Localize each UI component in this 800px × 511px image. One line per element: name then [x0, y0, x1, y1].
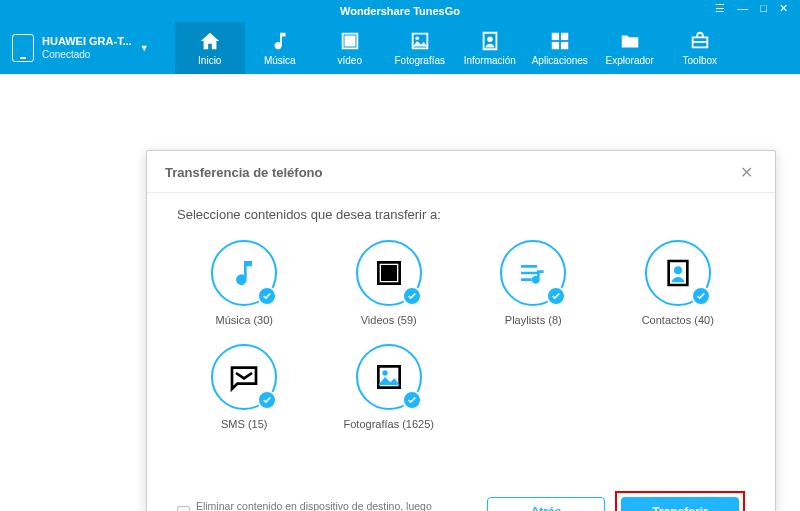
video-icon [339, 30, 361, 52]
titlebar: Wondershare TunesGo ☰ — □ ✕ [0, 0, 800, 22]
svg-point-8 [674, 266, 682, 274]
nav-tab-apps[interactable]: Aplicaciones [525, 22, 595, 74]
erase-checkbox-row[interactable]: Eliminar contenido en dispositivo de des… [177, 500, 475, 511]
folder-icon [619, 30, 641, 52]
content-item-label: Fotografías (1625) [344, 418, 435, 430]
transfer-button-highlight: Transferir [615, 491, 745, 511]
content-item-music[interactable]: Música (30) [177, 240, 312, 326]
svg-point-1 [415, 36, 419, 40]
music-icon [269, 30, 291, 52]
transfer-button[interactable]: Transferir [621, 497, 739, 511]
content-item-playlist[interactable]: Playlists (8) [466, 240, 601, 326]
dialog-backdrop: Transferencia de teléfono ✕ Seleccione c… [0, 74, 800, 511]
contacts-icon [479, 30, 501, 52]
svg-rect-0 [344, 36, 355, 47]
content-item-label: Música (30) [216, 314, 273, 326]
dialog-body: Seleccione contenidos que desea transfer… [147, 193, 775, 430]
svg-point-9 [382, 370, 387, 375]
nav-tab-video[interactable]: vídeo [315, 22, 385, 74]
toolbox-icon [689, 30, 711, 52]
dialog-footer: Eliminar contenido en dispositivo de des… [147, 491, 775, 511]
playlist-circle [500, 240, 566, 306]
nav-tab-label: Información [464, 55, 516, 66]
music-circle [211, 240, 277, 306]
login-icon[interactable]: ☰ [709, 0, 731, 17]
dialog-header: Transferencia de teléfono ✕ [147, 151, 775, 193]
content-item-video[interactable]: Videos (59) [322, 240, 457, 326]
main-toolbar: HUAWEI GRA-T... Conectado ▼ InicioMúsica… [0, 22, 800, 74]
nav-tab-label: Fotografías [394, 55, 445, 66]
content-item-label: Videos (59) [361, 314, 417, 326]
check-icon [402, 286, 422, 306]
sms-circle [211, 344, 277, 410]
check-icon [546, 286, 566, 306]
erase-label: Eliminar contenido en dispositivo de des… [196, 500, 475, 511]
contacts-circle [645, 240, 711, 306]
window-controls: ☰ — □ ✕ [709, 0, 794, 17]
dialog-title: Transferencia de teléfono [165, 165, 323, 180]
nav-tab-contacts[interactable]: Información [455, 22, 525, 74]
nav-tab-label: Explorador [606, 55, 654, 66]
content-item-label: Contactos (40) [642, 314, 714, 326]
check-icon [691, 286, 711, 306]
device-name: HUAWEI GRA-T... [42, 35, 132, 48]
svg-rect-3 [552, 33, 559, 40]
content-item-contacts[interactable]: Contactos (40) [611, 240, 746, 326]
nav-tab-label: Música [264, 55, 296, 66]
content-item-label: Playlists (8) [505, 314, 562, 326]
svg-rect-7 [381, 265, 397, 281]
content-item-label: SMS (15) [221, 418, 267, 430]
content-grid: Música (30)Videos (59)Playlists (8)Conta… [177, 240, 745, 430]
content-item-photo[interactable]: Fotografías (1625) [322, 344, 457, 430]
nav-tab-label: Toolbox [683, 55, 717, 66]
nav-tab-label: Inicio [198, 55, 221, 66]
apps-icon [549, 30, 571, 52]
app-title: Wondershare TunesGo [340, 5, 460, 17]
photo-icon [409, 30, 431, 52]
photo-circle [356, 344, 422, 410]
nav-tab-home[interactable]: Inicio [175, 22, 245, 74]
device-text: HUAWEI GRA-T... Conectado [42, 35, 132, 60]
device-selector[interactable]: HUAWEI GRA-T... Conectado ▼ [4, 34, 157, 62]
svg-rect-5 [552, 42, 559, 49]
svg-point-2 [487, 36, 493, 42]
back-button[interactable]: Atrás [487, 497, 605, 511]
dialog-close-button[interactable]: ✕ [736, 163, 757, 182]
nav-tabs: InicioMúsicavídeoFotografíasInformaciónA… [175, 22, 735, 74]
chevron-down-icon: ▼ [140, 43, 149, 53]
nav-tab-music[interactable]: Música [245, 22, 315, 74]
video-circle [356, 240, 422, 306]
home-icon [199, 30, 221, 52]
transfer-dialog: Transferencia de teléfono ✕ Seleccione c… [146, 150, 776, 511]
nav-tab-label: vídeo [338, 55, 362, 66]
nav-tab-toolbox[interactable]: Toolbox [665, 22, 735, 74]
nav-tab-photo[interactable]: Fotografías [385, 22, 455, 74]
close-icon[interactable]: ✕ [773, 0, 794, 17]
device-status: Conectado [42, 49, 132, 61]
svg-rect-6 [561, 42, 568, 49]
check-icon [257, 286, 277, 306]
minimize-icon[interactable]: — [731, 0, 754, 17]
checkbox-icon [177, 506, 190, 512]
svg-rect-4 [561, 33, 568, 40]
dialog-prompt: Seleccione contenidos que desea transfer… [177, 207, 745, 222]
nav-tab-label: Aplicaciones [532, 55, 588, 66]
check-icon [402, 390, 422, 410]
check-icon [257, 390, 277, 410]
maximize-icon[interactable]: □ [754, 0, 773, 17]
nav-tab-folder[interactable]: Explorador [595, 22, 665, 74]
content-item-sms[interactable]: SMS (15) [177, 344, 312, 430]
phone-icon [12, 34, 34, 62]
